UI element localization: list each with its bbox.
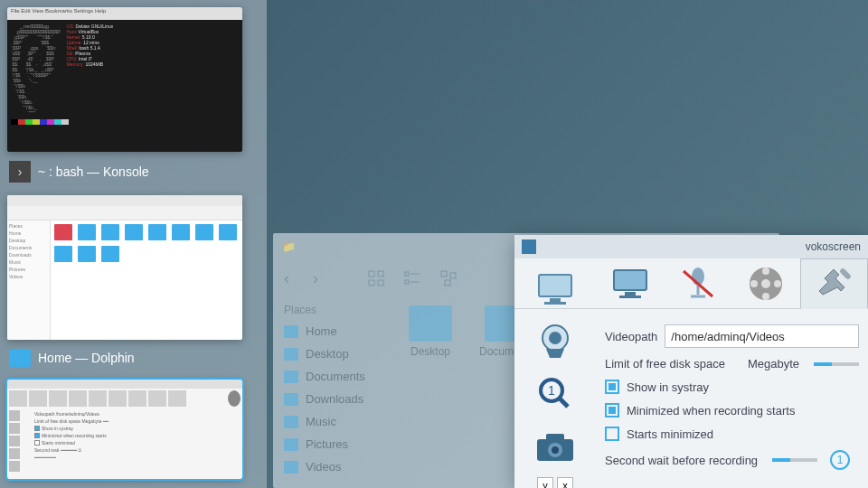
sidebar-item-downloads[interactable]: Downloads [273, 388, 400, 410]
tab-settings[interactable] [800, 258, 868, 309]
switcher-item-vokoscreen[interactable]: Videopath /home/adminq/Videos Limit of f… [7, 380, 259, 479]
vokoscreen-app-icon [522, 239, 536, 254]
svg-rect-3 [378, 280, 383, 286]
svg-point-34 [762, 293, 769, 300]
folder-icon [409, 305, 452, 342]
konsole-thumbnail: File Edit View Bookmarks Settings Help _… [7, 7, 242, 152]
dolphin-sidebar: Places Home Desktop Documents Downloads … [273, 296, 400, 482]
svg-rect-12 [550, 298, 561, 302]
music-icon [284, 416, 298, 428]
starts-minimized-checkbox[interactable] [605, 427, 619, 441]
svg-rect-2 [369, 280, 374, 286]
svg-rect-23 [614, 270, 646, 290]
svg-rect-9 [450, 273, 456, 278]
minimized-recording-label: Minimized when recording starts [627, 404, 795, 418]
countdown-slider[interactable] [772, 458, 817, 462]
tab-display[interactable] [596, 258, 664, 308]
svg-point-22 [552, 446, 559, 454]
svg-point-32 [762, 267, 769, 275]
svg-point-15 [549, 332, 561, 344]
folder-item[interactable]: Desktop [409, 305, 452, 473]
vokoscreen-thumbnail: Videopath /home/adminq/Videos Limit of f… [7, 380, 242, 479]
dolphin-thumbnail: PlacesHomeDesktopDocumentsDownloadsMusic… [7, 195, 242, 340]
sidebar-item-videos[interactable]: Videos [273, 455, 400, 478]
svg-rect-0 [369, 271, 374, 277]
window-switcher-panel: File Edit View Bookmarks Settings Help _… [0, 0, 267, 488]
folder-icon [9, 349, 31, 367]
diskspace-unit: Megabyte [748, 357, 799, 371]
key-x: x [557, 477, 573, 488]
svg-rect-13 [544, 302, 566, 305]
diskspace-slider[interactable] [814, 362, 859, 366]
pictures-icon [284, 438, 298, 451]
magnifier-icon[interactable]: 1 [528, 372, 582, 416]
svg-point-35 [750, 280, 758, 287]
camera-icon[interactable] [528, 425, 582, 468]
webcam-icon[interactable] [528, 320, 582, 363]
icon-view-button[interactable] [363, 266, 389, 291]
vokoscreen-titlebar[interactable]: vokoscreen [514, 235, 868, 258]
sidebar-item-desktop[interactable]: Desktop [273, 343, 400, 365]
videos-icon [284, 461, 298, 474]
svg-rect-25 [619, 296, 641, 298]
switcher-item-konsole[interactable]: File Edit View Bookmarks Settings Help _… [7, 7, 259, 186]
countdown-value: 1 [830, 450, 850, 470]
videopath-label: Videopath [605, 330, 657, 343]
svg-text:1: 1 [548, 383, 555, 398]
svg-rect-11 [539, 275, 571, 296]
svg-line-17 [559, 398, 568, 407]
tab-video[interactable] [732, 258, 800, 308]
show-systray-label: Show in systray [627, 380, 709, 394]
svg-rect-4 [405, 272, 409, 276]
documents-icon [284, 371, 298, 383]
desktop-icon [284, 348, 298, 361]
back-button[interactable]: ‹ [284, 269, 302, 287]
dolphin-folder-title-icon: 📁 [282, 240, 296, 253]
show-systray-checkbox[interactable] [605, 380, 619, 394]
dolphin-label: Home — Dolphin [38, 351, 135, 365]
sidebar-item-documents[interactable]: Documents [273, 365, 400, 388]
vokoscreen-title: vokoscreen [806, 240, 861, 253]
home-icon [284, 325, 298, 338]
svg-rect-10 [445, 280, 450, 286]
screen-selector-icon[interactable] [528, 267, 582, 311]
second-wait-label: Second wait before recording [605, 454, 758, 467]
sidebar-item-pictures[interactable]: Pictures [273, 433, 400, 455]
tab-audio-disabled[interactable] [664, 258, 731, 308]
starts-minimized-label: Starts minimized [627, 427, 713, 441]
key-y: y [537, 477, 553, 488]
places-header: Places [273, 300, 400, 320]
svg-rect-1 [378, 271, 383, 277]
svg-rect-24 [625, 292, 636, 296]
downloads-icon [284, 393, 298, 406]
switcher-item-dolphin[interactable]: PlacesHomeDesktopDocumentsDownloadsMusic… [7, 195, 259, 371]
svg-rect-20 [546, 434, 564, 441]
svg-rect-36 [839, 267, 852, 280]
terminal-icon: › [9, 161, 31, 183]
vokoscreen-window: vokoscreen 1 y x [514, 235, 868, 488]
svg-rect-6 [405, 280, 409, 284]
compact-view-button[interactable] [400, 266, 425, 291]
svg-point-31 [761, 279, 770, 288]
sidebar-item-home[interactable]: Home [273, 320, 400, 343]
svg-rect-8 [441, 271, 447, 277]
forward-button[interactable]: › [313, 269, 331, 287]
diskspace-label: Limit of free disk space [605, 357, 725, 371]
keyboard-shortcut-display: y x [537, 477, 573, 488]
details-view-button[interactable] [436, 266, 461, 291]
vokoscreen-left-toolbar: 1 y x [514, 262, 596, 488]
svg-point-33 [774, 280, 781, 287]
minimized-recording-checkbox[interactable] [605, 403, 619, 418]
konsole-label: ~ : bash — Konsole [38, 164, 149, 179]
sidebar-item-music[interactable]: Music [273, 410, 400, 433]
videopath-input[interactable] [665, 324, 859, 348]
